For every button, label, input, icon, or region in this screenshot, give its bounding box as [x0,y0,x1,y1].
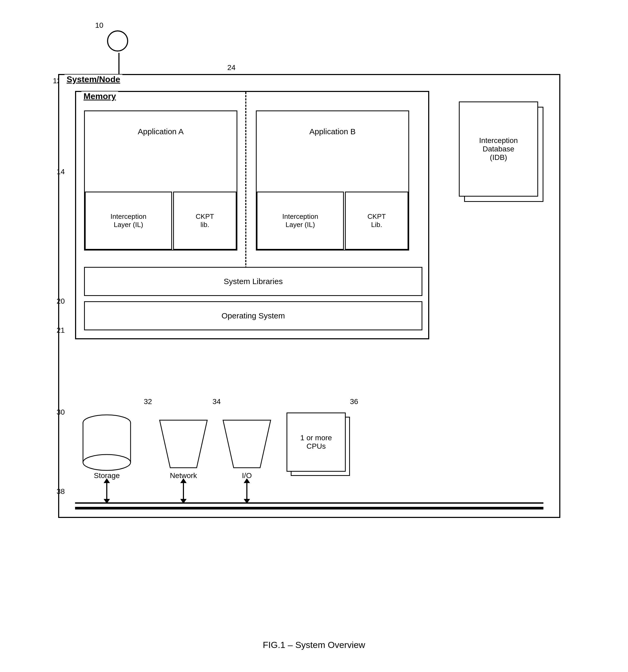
app-b-box: Application B InterceptionLayer (IL) CKP… [256,111,409,250]
network-arrow [180,478,187,504]
ref-21: 21 [56,326,65,335]
ref-36: 36 [350,398,358,406]
il-b-label: InterceptionLayer (IL) [282,213,318,229]
io-arrow [244,478,250,504]
system-node-label: System/Node [65,74,122,84]
cpu-label: 1 or moreCPUs [300,434,332,451]
bus-line-bottom [75,507,543,509]
cpu-component: 1 or moreCPUs [286,412,350,476]
ref-30: 30 [56,408,65,416]
io-component: I/O [218,415,276,480]
os-box: Operating System [84,301,422,330]
ref-24: 24 [227,64,235,72]
ckpt-b-label: CKPTLib. [367,213,386,229]
os-label: Operating System [222,311,285,320]
ref-10: 10 [95,21,103,30]
app-a-label: Application A [138,127,183,136]
cpu-box-front: 1 or moreCPUs [286,412,346,472]
dashed-divider [245,92,246,272]
storage-icon [80,410,133,473]
network-component: Network [154,415,212,480]
system-node-box: System/Node Memory Application A Interce… [58,74,560,518]
person-icon [106,29,130,54]
ckpt-box-a: CKPTlib. [173,192,237,250]
il-a-label: InterceptionLayer (IL) [111,213,146,229]
ref-32: 32 [144,398,152,406]
ref-20: 20 [56,297,65,306]
cpu-box-outer: 1 or moreCPUs [286,412,350,476]
app-b-label: Application B [309,127,355,136]
figure-caption: FIG.1 – System Overview [263,640,365,650]
sys-lib-box: System Libraries [84,267,422,296]
il-box-b: InterceptionLayer (IL) [257,192,344,250]
idb-label: InterceptionDatabase(IDB) [479,136,518,162]
sys-lib-label: System Libraries [224,277,282,286]
memory-label: Memory [82,91,118,101]
ref-34: 34 [212,398,221,406]
memory-box: Memory Application A InterceptionLayer (… [75,91,429,339]
svg-marker-6 [160,420,207,468]
app-a-box: Application A InterceptionLayer (IL) CKP… [84,111,237,250]
idb-outer: InterceptionDatabase(IDB) [459,101,543,202]
idb-box-front: InterceptionDatabase(IDB) [459,101,538,197]
network-icon [154,415,212,473]
storage-component: Storage [80,410,133,480]
bus-line-top [75,502,543,504]
ref-38: 38 [56,487,65,496]
storage-arrow [103,478,110,504]
diagram-container: 10 12 22 24 26 28 System/Node Memory App… [32,21,596,655]
svg-point-5 [83,455,131,471]
ckpt-box-b: CKPTLib. [345,192,409,250]
svg-point-0 [108,31,127,51]
ref-14: 14 [56,168,65,176]
svg-marker-7 [223,420,271,468]
il-box-a: InterceptionLayer (IL) [85,192,172,250]
ckpt-a-label: CKPTlib. [195,213,214,229]
io-icon [218,415,276,473]
